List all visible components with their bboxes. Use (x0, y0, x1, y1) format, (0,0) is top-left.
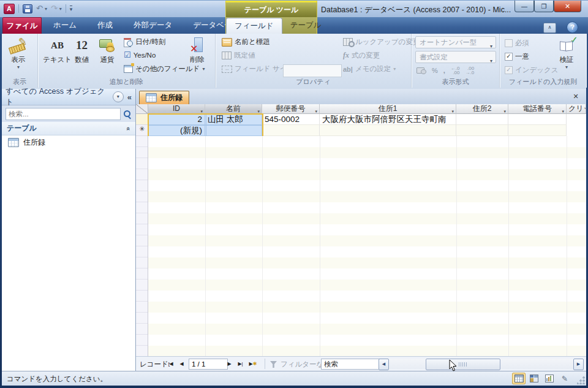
cell-name[interactable]: 山田 太郎 (205, 114, 262, 125)
filter-dropdown-icon[interactable]: ▾ (200, 107, 203, 114)
new-record-cell[interactable] (456, 125, 508, 136)
new-record-cell[interactable] (508, 125, 567, 136)
column-header-address1[interactable]: 住所1▾ (320, 104, 456, 114)
more-fields-button[interactable]: その他のフィールド ▾ (124, 64, 205, 74)
new-row-selector[interactable]: ✳ (136, 125, 148, 136)
modify-lookups-button[interactable]: ルックアップの変更 (343, 37, 420, 47)
decrease-decimals-icon[interactable]: .00→.0 (466, 66, 475, 75)
column-header-id[interactable]: ID▾ (148, 104, 205, 114)
tab-home[interactable]: ホーム (43, 17, 87, 34)
undo-icon[interactable]: ↶ (36, 4, 43, 13)
cell-postal[interactable]: 545-0002 (262, 114, 320, 125)
help-icon[interactable]: ? (567, 21, 578, 33)
previous-record-icon[interactable]: ◀ (176, 359, 187, 368)
fx-icon: fx (343, 51, 349, 60)
tab-table[interactable]: テーブル (282, 17, 330, 34)
percent-icon[interactable]: % (432, 67, 438, 74)
view-button[interactable]: ✎ 表示 ▾ (9, 36, 28, 70)
close-document-icon[interactable]: ✕ (570, 91, 581, 102)
cell-address1[interactable]: 大阪府大阪市阿倍野区天王寺町南 (320, 114, 456, 125)
default-value-button[interactable]: 既定値 (222, 51, 255, 60)
new-record-cell[interactable]: (新規) (148, 125, 205, 136)
last-record-icon[interactable]: ▶| (235, 359, 246, 368)
tab-create[interactable]: 作成 (87, 17, 123, 34)
first-record-icon[interactable]: |◀ (165, 359, 176, 368)
datetime-field-button[interactable]: 日付/時刻 (124, 37, 165, 47)
record-position-input[interactable] (189, 359, 228, 370)
save-icon[interactable] (23, 4, 32, 13)
required-checkbox[interactable]: 必須 (505, 39, 529, 48)
column-header-phone[interactable]: 電話番号▾ (508, 104, 567, 114)
format-combo[interactable]: 書式設定 ▾ (415, 51, 496, 63)
filter-dropdown-icon[interactable]: ▾ (562, 107, 564, 114)
number-field-button[interactable]: 12 数値 (75, 36, 89, 64)
increase-decimals-icon[interactable]: ←.0.00 (451, 66, 460, 75)
design-view-button[interactable]: ✎ (558, 373, 571, 384)
filter-dropdown-icon[interactable]: ▾ (315, 107, 317, 114)
resize-grip[interactable] (577, 376, 585, 384)
window-title: Database1 : データベース (Access 2007 - 2010) … (321, 5, 511, 15)
maximize-button[interactable]: ❐ (534, 1, 554, 12)
pivottable-view-button[interactable] (527, 373, 541, 384)
horizontal-scrollbar-thumb[interactable] (426, 359, 500, 370)
column-header-name[interactable]: 名前▾ (205, 104, 262, 114)
close-button[interactable]: ✕ (554, 1, 581, 12)
redo-icon[interactable]: ↷ (51, 4, 58, 13)
new-record-icon[interactable]: ▶✱ (246, 359, 260, 368)
pivotchart-view-button[interactable] (543, 373, 556, 384)
yesno-field-button[interactable]: ☑ Yes/No (124, 51, 156, 59)
cell-address2[interactable] (456, 114, 508, 125)
modify-expression-button[interactable]: fx 式の変更 (343, 51, 380, 60)
document-tab-active[interactable]: 住所録 (139, 91, 189, 104)
currency-field-button[interactable]: 通貨 (99, 36, 115, 64)
select-all-cell[interactable] (136, 104, 148, 114)
undo-dropdown-icon[interactable]: ▾ (45, 6, 47, 12)
comma-icon[interactable]: , (443, 67, 445, 74)
redo-dropdown-icon[interactable]: ▾ (59, 6, 62, 12)
tab-external-data[interactable]: 外部データ (123, 17, 183, 34)
search-icon[interactable] (123, 110, 132, 118)
memo-settings-button[interactable]: ab| メモの設定 ▾ (343, 64, 396, 74)
navigation-pane-header[interactable]: すべての Access オブジェクト ▾ « (2, 89, 135, 105)
collapse-group-icon[interactable]: « (125, 126, 132, 130)
gridline (262, 136, 263, 356)
name-caption-button[interactable]: 名前と標題 (222, 37, 270, 47)
ribbon-tab-row: ファイル ホーム 作成 外部データ データベース ツール フィールド テーブル … (0, 17, 588, 34)
column-header-address2[interactable]: 住所2▾ (456, 104, 508, 114)
text-field-button[interactable]: AB テキスト (43, 36, 72, 64)
validation-button[interactable]: ✓ 検証 ▾ (559, 36, 575, 70)
nav-pane-menu-icon[interactable]: ▾ (113, 91, 124, 102)
next-record-icon[interactable]: ▶ (224, 359, 235, 368)
cell-id[interactable]: 2 (148, 114, 205, 125)
data-type-combo[interactable]: オートナンバー型 ▾ (415, 36, 496, 48)
nav-group-tables[interactable]: テーブル « (2, 122, 135, 135)
column-header-postal[interactable]: 郵便番号▾ (262, 104, 320, 114)
tab-fields[interactable]: フィールド (226, 18, 282, 34)
indexed-checkbox[interactable]: ✓ インデックス (505, 66, 559, 75)
nav-item-table[interactable]: 住所録 (2, 135, 135, 149)
access-app-icon[interactable]: A (4, 4, 15, 14)
new-record-cell[interactable] (262, 125, 320, 136)
scroll-right-icon[interactable]: ▶ (573, 359, 584, 370)
filter-dropdown-icon[interactable]: ▾ (503, 107, 506, 114)
row-selector[interactable] (136, 114, 148, 125)
minimize-ribbon-icon[interactable]: ∧ (543, 23, 556, 33)
filter-dropdown-icon[interactable]: ▾ (257, 107, 260, 114)
datasheet-view-button[interactable] (512, 373, 526, 384)
apply-currency-icon[interactable] (417, 67, 426, 74)
new-record-cell[interactable] (320, 125, 456, 136)
unique-checkbox[interactable]: ✓ 一意 (505, 52, 529, 61)
minimize-button[interactable]: — (514, 1, 534, 12)
filter-dropdown-icon[interactable]: ▾ (451, 107, 454, 114)
delete-button[interactable]: 削除 (190, 36, 205, 64)
filter-icon[interactable] (270, 361, 277, 368)
field-size-input[interactable] (283, 64, 342, 77)
customize-qat-icon[interactable]: ▾ (70, 6, 73, 12)
new-record-cell[interactable] (205, 125, 262, 136)
shutter-bar-close-icon[interactable]: « (127, 93, 132, 102)
tab-file[interactable]: ファイル (2, 17, 42, 34)
nav-search-input[interactable] (6, 108, 121, 120)
scroll-left-icon[interactable]: ◀ (379, 359, 389, 370)
cell-phone[interactable] (508, 114, 567, 125)
column-header-add-field[interactable]: クリックして追加 (567, 104, 586, 114)
